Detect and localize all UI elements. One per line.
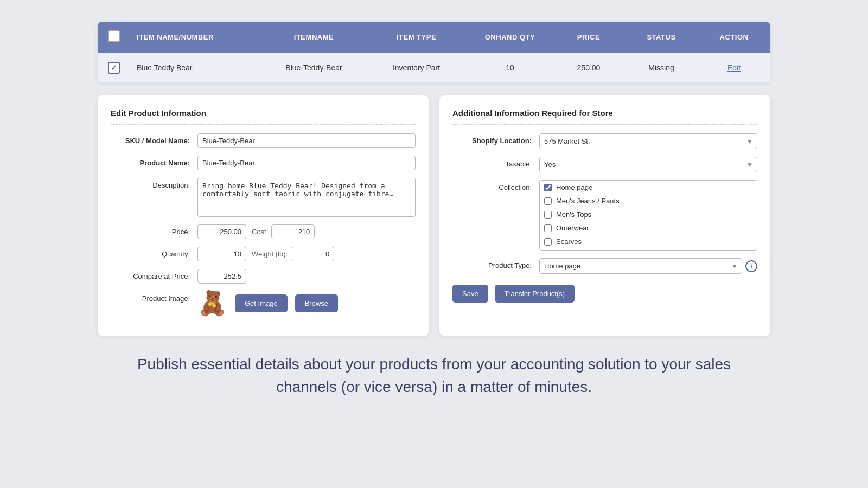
collection-item-label: Outerwear (556, 224, 589, 232)
collection-label: Collection: (452, 180, 539, 191)
weight-label: Weight (lb): (252, 250, 288, 258)
row-checkbox-cell: ✓ (98, 53, 130, 82)
table-header: ITEM NAME/NUMBER ITEMNAME ITEM TYPE ONHA… (98, 22, 770, 53)
shopify-location-select-wrapper: 575 Market St. ▼ (539, 133, 757, 149)
row-checkbox[interactable]: ✓ (108, 62, 120, 74)
product-type-controls: Home page ▼ i (539, 258, 757, 274)
edit-panel-title: Edit Product Information (111, 108, 416, 125)
edit-link[interactable]: Edit (727, 63, 741, 72)
price-cost-fields: Cost: (197, 224, 416, 239)
additional-panel-title: Additional Information Required for Stor… (452, 108, 757, 125)
header-check (98, 22, 130, 53)
collection-item: Home page (540, 181, 757, 194)
panels-row: Edit Product Information SKU / Model Nam… (98, 95, 770, 336)
row-action: Edit (698, 55, 770, 81)
quantity-input[interactable] (197, 247, 246, 261)
product-type-select-wrapper: Home page ▼ (539, 258, 742, 274)
compare-label: Compare at Price: (111, 269, 197, 280)
quantity-weight-fields: Weight (lb): (197, 247, 416, 261)
header-item-name-number: ITEM NAME/NUMBER (130, 24, 263, 50)
shopify-location-label: Shopify Location: (452, 133, 539, 145)
compare-price-row: Compare at Price: (111, 269, 416, 284)
edit-product-panel: Edit Product Information SKU / Model Nam… (98, 95, 429, 336)
header-itemname: ITEMNAME (263, 24, 365, 50)
product-image-row: Product Image: 🧸 Get Image Browse (111, 291, 416, 315)
compare-input[interactable] (197, 269, 246, 284)
taxable-select[interactable]: Yes (539, 157, 757, 172)
product-name-label: Product Name: (111, 156, 197, 167)
shopify-location-select[interactable]: 575 Market St. (539, 133, 757, 149)
product-name-row: Product Name: (111, 156, 416, 170)
table-row: ✓ Blue Teddy Bear Blue-Teddy-Bear Invent… (98, 53, 770, 82)
price-cost-row: Price: Cost: (111, 224, 416, 239)
row-itemname: Blue-Teddy-Bear (263, 55, 365, 81)
row-item-type: Inventory Part (365, 55, 468, 81)
header-item-type: ITEM TYPE (365, 24, 468, 50)
price-label: Price: (111, 224, 197, 236)
collection-item: Outerwear (540, 221, 757, 235)
collection-item: Men's Tops (540, 208, 757, 221)
sku-row: SKU / Model Name: (111, 133, 416, 148)
cost-group: Cost: (252, 224, 315, 239)
info-icon[interactable]: i (745, 260, 757, 272)
product-name-input[interactable] (197, 156, 416, 170)
collection-item: Men's Jeans / Pants (540, 194, 757, 208)
taxable-select-wrapper: Yes ▼ (539, 157, 757, 172)
header-price: PRICE (552, 24, 625, 50)
weight-group: Weight (lb): (252, 247, 334, 261)
collection-item-label: Home page (556, 183, 592, 191)
row-onhand-qty: 10 (468, 55, 552, 81)
collection-checkbox[interactable] (544, 184, 552, 191)
collection-item-label: Men's Jeans / Pants (556, 197, 620, 205)
product-type-row: Product Type: Home page ▼ i (452, 258, 757, 274)
header-action: ACTION (698, 24, 770, 50)
sku-input[interactable] (197, 133, 416, 148)
header-onhand-qty: ONHAND QTY (468, 24, 552, 50)
transfer-product-button[interactable]: Transfer Product(s) (495, 285, 575, 303)
collection-checkbox[interactable] (544, 238, 552, 246)
product-image-label: Product Image: (111, 291, 197, 303)
collection-checkbox[interactable] (544, 197, 552, 205)
taxable-row: Taxable: Yes ▼ (452, 157, 757, 172)
collection-checkbox[interactable] (544, 224, 552, 232)
description-row: Description: Bring home Blue Teddy Bear!… (111, 178, 416, 217)
product-type-select[interactable]: Home page (539, 258, 742, 274)
save-button[interactable]: Save (452, 285, 488, 303)
browse-button[interactable]: Browse (295, 294, 338, 312)
cost-label: Cost: (252, 228, 268, 236)
quantity-label: Quantity: (111, 247, 197, 258)
collection-row: Collection: Home pageMen's Jeans / Pants… (452, 180, 757, 251)
collection-item-label: Men's Tops (556, 210, 591, 219)
taxable-label: Taxable: (452, 157, 539, 168)
collection-list: Home pageMen's Jeans / PantsMen's TopsOu… (539, 180, 757, 251)
additional-info-panel: Additional Information Required for Stor… (439, 95, 770, 336)
action-buttons-row: Save Transfer Product(s) (452, 285, 757, 303)
collection-checkbox[interactable] (544, 211, 552, 219)
footer-text: Publish essential details about your pro… (136, 353, 732, 399)
inventory-table: ITEM NAME/NUMBER ITEMNAME ITEM TYPE ONHA… (98, 22, 770, 82)
row-price: 250.00 (552, 55, 625, 81)
weight-input[interactable] (291, 247, 334, 261)
description-label: Description: (111, 178, 197, 189)
price-input[interactable] (197, 224, 246, 239)
row-item-name: Blue Teddy Bear (130, 55, 263, 81)
bear-image-icon: 🧸 (197, 291, 227, 315)
row-status: Missing (625, 55, 698, 81)
cost-input[interactable] (271, 224, 315, 239)
product-type-label: Product Type: (452, 258, 539, 269)
quantity-weight-row: Quantity: Weight (lb): (111, 247, 416, 261)
get-image-button[interactable]: Get Image (235, 294, 288, 312)
shopify-location-row: Shopify Location: 575 Market St. ▼ (452, 133, 757, 149)
sku-label: SKU / Model Name: (111, 133, 197, 145)
description-textarea[interactable]: Bring home Blue Teddy Bear! Designed fro… (197, 178, 416, 217)
image-controls: 🧸 Get Image Browse (197, 291, 416, 315)
collection-item-label: Scarves (556, 237, 582, 246)
header-status: STATUS (625, 24, 698, 50)
select-all-checkbox[interactable] (108, 30, 120, 42)
collection-item: Scarves (540, 235, 757, 248)
